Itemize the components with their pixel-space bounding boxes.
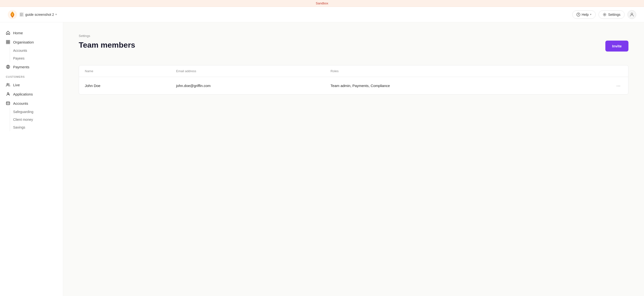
payments-icon — [6, 65, 10, 69]
payments-label: Payments — [13, 65, 30, 69]
table-row: John Doe john.doe@griffin.com Team admin… — [79, 77, 628, 94]
help-button[interactable]: Help ▾ — [572, 10, 596, 19]
sidebar-item-applications[interactable]: Applications — [0, 90, 63, 99]
page-header-row: Team members Invite — [79, 40, 628, 57]
svg-rect-10 — [8, 40, 10, 42]
settings-button[interactable]: Settings — [598, 10, 624, 19]
settings-gear-icon — [603, 13, 606, 16]
svg-point-6 — [578, 15, 578, 15]
top-nav-right: Help ▾ Settings — [572, 10, 636, 19]
member-actions-cell: ··· — [562, 77, 628, 94]
accounts-icon — [6, 101, 10, 106]
customers-section-label: CUSTOMERS — [0, 72, 63, 80]
sidebar-item-payments[interactable]: Payments — [0, 62, 63, 72]
sidebar-sub-item-savings[interactable]: Savings — [0, 124, 63, 131]
col-header-actions — [562, 65, 628, 77]
member-name: John Doe — [79, 77, 170, 94]
svg-rect-9 — [6, 40, 8, 42]
team-members-table-container: Name Email address Roles John Doe john.d… — [79, 65, 628, 94]
live-label: Live — [13, 83, 20, 87]
settings-label: Settings — [608, 13, 620, 16]
sidebar-sub-item-safeguarding[interactable]: Safeguarding — [0, 108, 63, 116]
sidebar-sub-label: Payees — [13, 56, 24, 60]
griffin-logo-icon — [8, 10, 17, 19]
table-header-row: Name Email address Roles — [79, 65, 628, 77]
organisation-label: Organisation — [13, 40, 34, 44]
main-content: Settings Team members Invite Name Email … — [63, 22, 644, 296]
help-label: Help — [582, 13, 589, 16]
document-icon — [20, 13, 23, 16]
svg-rect-16 — [6, 102, 10, 105]
sidebar-sub-item-payees[interactable]: Payees — [0, 54, 63, 62]
col-header-roles: Roles — [325, 65, 562, 77]
sidebar: Home Organisation Accounts Payees — [0, 22, 63, 296]
breadcrumb: Settings — [79, 34, 628, 38]
sidebar-item-home[interactable]: Home — [0, 28, 63, 38]
project-name: guide screenshot 2 — [25, 13, 54, 16]
svg-rect-11 — [6, 42, 8, 44]
logo-area[interactable] — [8, 10, 17, 19]
applications-icon — [6, 92, 10, 96]
sidebar-item-organisation[interactable]: Organisation — [0, 38, 63, 47]
svg-point-14 — [7, 83, 8, 85]
svg-point-15 — [7, 92, 9, 94]
help-icon — [576, 13, 580, 16]
col-header-name: Name — [79, 65, 170, 77]
home-icon — [6, 30, 10, 35]
svg-point-8 — [631, 13, 633, 14]
project-chevron-icon: ▾ — [56, 13, 57, 16]
sidebar-sub-item-client-money[interactable]: Client money — [0, 116, 63, 124]
svg-rect-12 — [8, 42, 10, 44]
savings-label: Savings — [13, 126, 25, 129]
applications-label: Applications — [13, 92, 33, 96]
main-layout: Home Organisation Accounts Payees — [0, 22, 644, 296]
project-selector[interactable]: guide screenshot 2 ▾ — [17, 11, 59, 18]
svg-point-7 — [604, 14, 605, 15]
invite-button[interactable]: Invite — [605, 40, 628, 52]
page-title: Team members — [79, 40, 135, 50]
sandbox-bar: Sandbox — [0, 0, 644, 7]
team-members-table: Name Email address Roles John Doe john.d… — [79, 65, 628, 94]
col-header-email: Email address — [170, 65, 325, 77]
member-email: john.doe@griffin.com — [170, 77, 325, 94]
user-icon — [630, 12, 634, 17]
project-icon — [20, 12, 24, 17]
top-nav: guide screenshot 2 ▾ Help ▾ Settings — [0, 7, 644, 22]
live-people-icon — [6, 83, 10, 87]
accounts-sub-items: Safeguarding Client money Savings — [0, 108, 63, 131]
more-options-button[interactable]: ··· — [614, 82, 622, 90]
sandbox-label: Sandbox — [316, 2, 328, 5]
member-roles: Team admin, Payments, Compliance — [325, 77, 562, 94]
sidebar-sub-label: Accounts — [13, 48, 27, 52]
accounts-label: Accounts — [13, 101, 28, 106]
help-chevron-icon: ▾ — [590, 13, 592, 16]
sidebar-sub-item-accounts-org[interactable]: Accounts — [0, 47, 63, 54]
organisation-sub-items: Accounts Payees — [0, 47, 63, 62]
client-money-label: Client money — [13, 118, 33, 122]
sidebar-item-accounts[interactable]: Accounts — [0, 99, 63, 108]
sidebar-item-live[interactable]: Live — [0, 80, 63, 90]
safeguarding-label: Safeguarding — [13, 110, 33, 114]
user-avatar-button[interactable] — [628, 10, 636, 19]
organisation-icon — [6, 40, 10, 44]
home-label: Home — [13, 31, 23, 35]
